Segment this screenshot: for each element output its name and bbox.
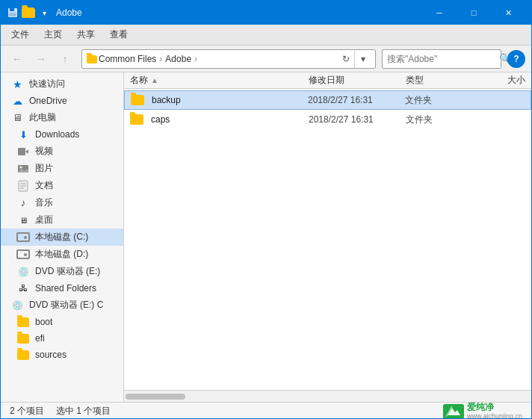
sidebar-label-desktop: 桌面 [35,214,53,226]
sidebar-item-video[interactable]: 视频 [1,143,123,160]
svg-rect-1 [10,8,14,11]
arrow-down-icon[interactable]: ▾ [38,7,50,19]
sidebar-label-docs: 文档 [35,179,53,192]
drive-d-icon [16,249,31,261]
file-date-backup: 2018/2/27 16:31 [308,95,405,105]
sidebar-item-onedrive[interactable]: ☁ OneDrive [1,93,123,109]
sidebar-item-quick-access[interactable]: ★ 快速访问 [1,75,123,93]
sidebar-item-sources[interactable]: sources [1,347,123,363]
watermark-url: www.aichunjing.cn [467,412,522,419]
table-row[interactable]: backup 2018/2/27 16:31 文件夹 [124,90,531,110]
folder-boot-icon [16,316,31,328]
address-sep-1: › [159,54,162,64]
sidebar-label-images: 图片 [35,162,53,175]
folder-backup-icon [131,94,146,106]
address-part-common: Common Files [99,54,156,64]
watermark-logo [443,404,464,419]
sidebar-label-boot: boot [35,317,52,327]
main-area: ★ 快速访问 ☁ OneDrive 🖥 此电脑 ⬇ Downloads 视频 [1,72,531,402]
maximize-button[interactable]: □ [457,1,491,25]
menu-share[interactable]: 共享 [69,25,102,44]
sidebar-label-local-c: 本地磁盘 (C:) [35,231,88,243]
sidebar-item-local-c[interactable]: 本地磁盘 (C:) [1,229,123,246]
pc-icon: 🖥 [10,112,25,124]
watermark-text-block: 爱纯净 www.aichunjing.cn [467,402,522,419]
menu-file[interactable]: 文件 [4,25,37,44]
svg-point-6 [20,166,22,168]
sidebar-item-shared[interactable]: 🖧 Shared Folders [1,280,123,297]
sidebar-item-boot[interactable]: boot [1,314,123,330]
status-count: 2 个项目 [10,405,44,418]
address-bar[interactable]: Common Files › Adobe › ↻ ▾ [81,49,376,69]
titlebar-controls: ─ □ ✕ [422,1,525,25]
watermark-name: 爱纯净 [467,402,522,412]
scroll-thumb[interactable] [126,394,185,400]
onedrive-icon: ☁ [10,95,25,107]
save-icon[interactable] [7,7,19,19]
download-icon: ⬇ [16,128,31,140]
dvd-drive-icon: 💿 [10,299,25,311]
sidebar-item-music[interactable]: ♪ 音乐 [1,194,123,211]
minimize-button[interactable]: ─ [422,1,457,25]
menu-home[interactable]: 主页 [37,25,69,44]
video-icon [16,146,31,158]
image-icon [16,163,31,175]
search-bar[interactable]: 🔍 [382,49,501,69]
sidebar-item-dvd-drive[interactable]: 💿 DVD 驱动器 (E:) C [1,297,123,314]
refresh-button[interactable]: ↻ [338,51,354,67]
sidebar-item-docs[interactable]: 文档 [1,177,123,194]
svg-rect-2 [9,13,16,16]
forward-button[interactable]: → [31,49,52,69]
sidebar: ★ 快速访问 ☁ OneDrive 🖥 此电脑 ⬇ Downloads 视频 [1,72,124,402]
svg-rect-3 [18,148,25,155]
music-icon: ♪ [16,197,31,209]
sidebar-label-downloads: Downloads [35,129,79,140]
search-input[interactable] [387,54,499,64]
sidebar-item-downloads[interactable]: ⬇ Downloads [1,126,123,143]
sidebar-label-quick-access: 快速访问 [29,78,65,90]
up-button[interactable]: ↑ [55,49,75,69]
col-header-type[interactable]: 类型 [406,74,466,87]
sidebar-item-efi[interactable]: efi [1,330,123,347]
sidebar-item-this-pc[interactable]: 🖥 此电脑 [1,109,123,126]
menu-view[interactable]: 查看 [102,25,135,44]
star-icon: ★ [10,78,25,90]
folder-title-icon [22,7,35,18]
file-name-caps: caps [151,114,309,125]
horizontal-scrollbar[interactable] [124,390,531,402]
drive-c-icon [16,232,31,243]
sidebar-item-local-d[interactable]: 本地磁盘 (D:) [1,246,123,263]
watermark: 爱纯净 www.aichunjing.cn [443,402,522,419]
file-list: backup 2018/2/27 16:31 文件夹 caps 2018/2/2… [124,89,531,390]
col-header-date[interactable]: 修改日期 [309,74,406,87]
menubar: 文件 主页 共享 查看 [1,25,531,46]
titlebar: ▾ Adobe ─ □ ✕ [1,1,531,25]
dvd-e-icon: 💿 [16,266,31,278]
sidebar-label-shared: Shared Folders [35,283,96,294]
sidebar-item-images[interactable]: 图片 [1,160,123,177]
file-name-backup: backup [152,95,308,105]
toolbar: ← → ↑ Common Files › Adobe › ↻ ▾ 🔍 ? [1,46,531,72]
file-date-caps: 2018/2/27 16:31 [309,114,406,125]
sidebar-item-dvd-e[interactable]: 💿 DVD 驱动器 (E:) [1,263,123,280]
folder-caps-icon [130,114,145,125]
sidebar-label-dvd-e: DVD 驱动器 (E:) [35,265,100,278]
sidebar-label-video: 视频 [35,145,53,158]
address-dropdown-button[interactable]: ▾ [354,50,371,68]
sidebar-item-desktop[interactable]: 🖥 桌面 [1,211,123,229]
folder-sources-icon [16,349,31,361]
address-part-adobe: Adobe [165,54,191,64]
window-title: Adobe [56,7,422,18]
content-area: 名称 ▲ 修改日期 类型 大小 backup 2018/2/27 16:31 [124,72,531,402]
col-header-size[interactable]: 大小 [466,74,525,87]
close-button[interactable]: ✕ [491,1,525,25]
sidebar-label-onedrive: OneDrive [29,96,67,106]
sidebar-label-sources: sources [35,350,66,360]
back-button[interactable]: ← [7,49,28,69]
sidebar-label-efi: efi [35,333,45,344]
file-type-caps: 文件夹 [406,114,466,126]
scroll-track[interactable] [126,394,530,400]
col-header-name[interactable]: 名称 ▲ [130,74,309,87]
table-row[interactable]: caps 2018/2/27 16:31 文件夹 [124,110,531,129]
help-button[interactable]: ? [507,50,525,68]
